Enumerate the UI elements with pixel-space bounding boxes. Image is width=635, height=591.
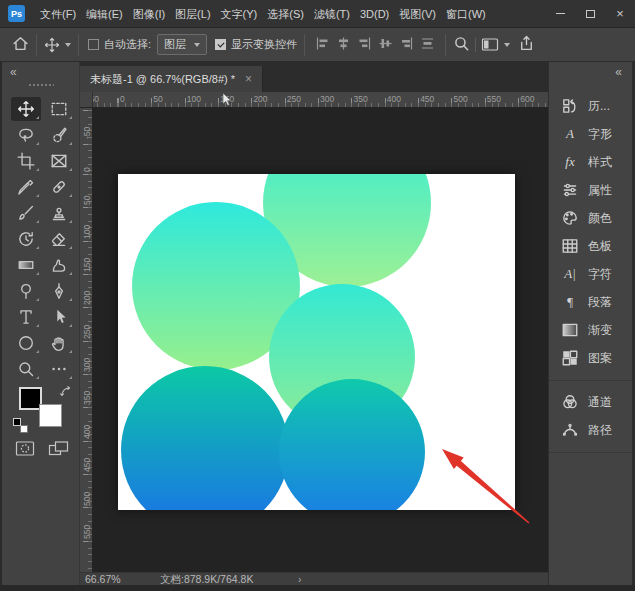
- align-left-button[interactable]: [315, 36, 330, 53]
- move-tool-preset[interactable]: [44, 37, 71, 53]
- smudge-tool[interactable]: [44, 253, 74, 277]
- eyedropper-tool[interactable]: [11, 175, 41, 199]
- path-selection-tool[interactable]: [44, 305, 74, 329]
- more-tools[interactable]: [44, 357, 74, 381]
- panel-label: 图案: [588, 350, 612, 367]
- document-tab[interactable]: 未标题-1 @ 66.7%(RGB/8#) * ×: [80, 66, 263, 92]
- quick-selection-icon: [50, 126, 68, 144]
- horizontal-ruler[interactable]: -50050100150200250300350400450500550600: [80, 92, 548, 108]
- ruler-label: 150: [82, 258, 92, 272]
- search-button[interactable]: [453, 35, 470, 54]
- hand-icon: [50, 334, 68, 352]
- workspace-button[interactable]: [481, 37, 510, 52]
- eraser-icon: [50, 230, 68, 248]
- panel-pattern[interactable]: 图案: [549, 344, 632, 372]
- align-bottom-button[interactable]: [399, 36, 414, 53]
- menu-layer[interactable]: 图层(L): [170, 0, 215, 28]
- tab-close-icon[interactable]: ×: [245, 72, 252, 86]
- quick-selection-tool[interactable]: [44, 123, 74, 147]
- pasteboard: [93, 108, 548, 572]
- home-button[interactable]: [12, 35, 29, 54]
- document-area: 未标题-1 @ 66.7%(RGB/8#) * × -5005010015020…: [80, 62, 548, 585]
- eyedropper-icon: [17, 178, 35, 196]
- ruler-label: 350: [353, 94, 367, 104]
- panel-grip[interactable]: [28, 84, 54, 86]
- menu-view[interactable]: 视图(V): [394, 0, 441, 28]
- dodge-tool[interactable]: [11, 279, 41, 303]
- ellipse-tool[interactable]: [11, 331, 41, 355]
- pen-tool[interactable]: [44, 279, 74, 303]
- menu-3d[interactable]: 3D(D): [355, 0, 394, 28]
- default-colors-icon[interactable]: [13, 418, 28, 433]
- crop-tool[interactable]: [11, 149, 41, 173]
- panel-paragraph[interactable]: ¶段落: [549, 288, 632, 316]
- glyphs-icon: A: [560, 126, 580, 142]
- healing-brush-tool[interactable]: [44, 175, 74, 199]
- panel-styles[interactable]: fx样式: [549, 148, 632, 176]
- divider: [36, 34, 37, 56]
- ruler-origin[interactable]: [80, 92, 93, 108]
- distribute-button[interactable]: [420, 36, 435, 53]
- minimize-button[interactable]: [545, 0, 575, 27]
- vertical-ruler[interactable]: -50050100150200250300350400450500550: [80, 108, 93, 572]
- show-transform-label: 显示变换控件: [231, 37, 297, 52]
- zoom-tool[interactable]: [11, 357, 41, 381]
- gradient-tool[interactable]: [11, 253, 41, 277]
- zoom-icon: [17, 360, 35, 378]
- panel-history[interactable]: 历...: [549, 92, 632, 120]
- lasso-tool[interactable]: [11, 123, 41, 147]
- ellipse-icon: [17, 334, 35, 352]
- ruler-label: 0: [120, 94, 125, 104]
- history-brush-icon: [17, 230, 35, 248]
- clone-stamp-tool[interactable]: [44, 201, 74, 225]
- move-tool[interactable]: [11, 97, 41, 121]
- distribute-icon: [420, 36, 435, 51]
- swap-colors-icon[interactable]: [60, 384, 72, 402]
- menu-select[interactable]: 选择(S): [262, 0, 309, 28]
- panel-character[interactable]: A|字符: [549, 260, 632, 288]
- history-brush-tool[interactable]: [11, 227, 41, 251]
- search-icon: [453, 35, 470, 52]
- eraser-tool[interactable]: [44, 227, 74, 251]
- align-vertical-center-icon: [378, 36, 393, 51]
- align-vertical-center-button[interactable]: [378, 36, 393, 53]
- pen-icon: [50, 282, 68, 300]
- screen-mode-button[interactable]: [48, 440, 69, 461]
- maximize-button[interactable]: [575, 0, 605, 27]
- panel-glyphs[interactable]: A字形: [549, 120, 632, 148]
- type-tool[interactable]: [11, 305, 41, 329]
- panel-properties[interactable]: 属性: [549, 176, 632, 204]
- workspace-icon: [481, 37, 499, 52]
- frame-icon: [50, 152, 68, 170]
- auto-select-checkbox[interactable]: [88, 39, 99, 50]
- menu-edit[interactable]: 编辑(E): [81, 0, 128, 28]
- color-icon: [560, 208, 580, 228]
- menu-file[interactable]: 文件(F): [35, 0, 81, 28]
- panel-color[interactable]: 颜色: [549, 204, 632, 232]
- panel-swatches[interactable]: 色板: [549, 232, 632, 260]
- share-button[interactable]: [518, 35, 535, 54]
- align-right-button[interactable]: [357, 36, 372, 53]
- menu-filter[interactable]: 滤镜(T): [309, 0, 355, 28]
- dodge-icon: [17, 282, 35, 300]
- background-color-swatch[interactable]: [39, 404, 62, 427]
- close-button[interactable]: ×: [605, 0, 635, 27]
- hand-tool[interactable]: [44, 331, 74, 355]
- quick-mask-button[interactable]: [15, 440, 35, 461]
- panel-paths[interactable]: 路径: [549, 416, 632, 444]
- collapse-tools-icon[interactable]: «: [10, 66, 17, 78]
- auto-select-target-dropdown[interactable]: 图层: [157, 34, 207, 55]
- panel-channels[interactable]: 通道: [549, 388, 632, 416]
- frame-tool[interactable]: [44, 149, 74, 173]
- menu-window[interactable]: 窗口(W): [441, 0, 491, 28]
- panel-gradient-panel[interactable]: 渐变: [549, 316, 632, 344]
- rectangular-marquee-tool[interactable]: [44, 97, 74, 121]
- menu-type[interactable]: 文字(Y): [216, 0, 263, 28]
- align-center-button[interactable]: [336, 36, 351, 53]
- brush-tool[interactable]: [11, 201, 41, 225]
- ruler-label: 550: [487, 94, 501, 104]
- title-bar: Ps 文件(F)编辑(E)图像(I)图层(L)文字(Y)选择(S)滤镜(T)3D…: [0, 0, 635, 28]
- collapse-panels-icon[interactable]: «: [615, 66, 622, 78]
- menu-image[interactable]: 图像(I): [128, 0, 170, 28]
- show-transform-checkbox[interactable]: [215, 39, 226, 50]
